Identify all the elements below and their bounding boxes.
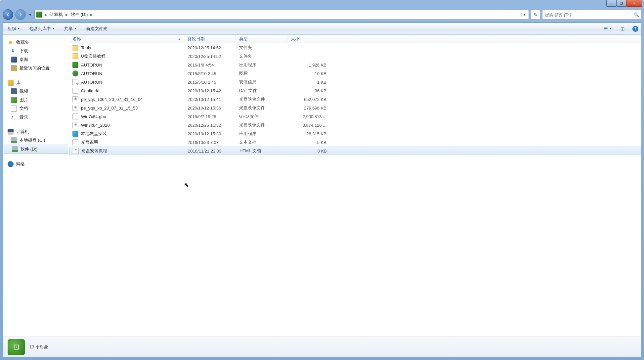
favorites-header[interactable]: 收藏夹 xyxy=(3,38,69,47)
breadcrumb-computer[interactable]: 计算机 xyxy=(49,12,64,18)
sidebar-item-music[interactable]: 音乐 xyxy=(3,113,69,121)
file-name: AUTORUN xyxy=(81,63,102,68)
search-input[interactable] xyxy=(544,12,634,17)
network-header[interactable]: 网络 xyxy=(3,160,69,168)
toolbar: 组织▼ 包含到库中▼ 共享▼ 新建文件夹 ☰ ▼ ◫ ? xyxy=(3,23,641,35)
file-name: 本地硬盘安装 xyxy=(81,131,107,137)
share-button[interactable]: 共享▼ xyxy=(62,24,79,33)
file-date: 2020/12/25 11:32 xyxy=(186,123,237,128)
forward-button[interactable] xyxy=(15,9,26,20)
table-row[interactable]: pe_yqs_xp_20_07_31_15_532020/10/12 15:36… xyxy=(69,104,641,112)
table-row[interactable]: 硬盘安装教程2016/11/21 22:03HTML 文档3 KB xyxy=(69,147,641,155)
download-icon xyxy=(11,48,17,54)
table-row[interactable]: Tools2020/12/25 14:52文件夹 xyxy=(69,43,641,52)
chevron-right-icon[interactable]: ▶ xyxy=(43,13,49,17)
file-name: pe_yqs_1064_20_07_31_16_04 xyxy=(81,97,143,102)
sidebar-item-drive-d[interactable]: 软件 (D:) xyxy=(4,145,68,154)
preview-pane-button[interactable]: ◫ xyxy=(618,25,627,33)
chevron-right-icon[interactable]: ▶ xyxy=(89,13,94,17)
file-list-pane[interactable]: 名称▲ 修改日期 类型 大小 Tools2020/12/25 14:52文件夹U… xyxy=(69,35,641,337)
table-row[interactable]: Win7x64_20202020/12/25 11:32光盘映像文件3,874,… xyxy=(69,121,641,129)
recent-icon xyxy=(11,65,17,71)
sidebar-item-documents[interactable]: 文档 xyxy=(3,104,69,113)
navigation-pane[interactable]: 收藏夹 下载 桌面 最近访问的位置 库 视频 图片 文档 音乐 计算机 本地磁盘… xyxy=(3,35,69,337)
sidebar-item-recent[interactable]: 最近访问的位置 xyxy=(3,64,69,72)
column-date[interactable]: 修改日期 xyxy=(184,35,236,43)
file-size: 10 KB xyxy=(289,71,328,76)
file-size: 3 KB xyxy=(289,149,329,154)
arrow-right-icon xyxy=(18,12,23,17)
file-date: 2016/1/8 4:54 xyxy=(186,63,237,68)
file-date: 2020/10/12 15:41 xyxy=(186,97,237,102)
column-name[interactable]: 名称▲ xyxy=(69,35,184,43)
file-name: Tools xyxy=(81,45,91,50)
computer-group: 计算机 本地磁盘 (C:) 软件 (D:) xyxy=(3,127,69,154)
file-type: DAT 文件 xyxy=(237,88,289,94)
file-icon xyxy=(72,105,78,111)
file-icon xyxy=(72,70,78,76)
computer-header[interactable]: 计算机 xyxy=(3,127,69,136)
search-box[interactable]: 🔍 xyxy=(542,10,641,19)
file-type: GHO 文件 xyxy=(237,113,289,119)
file-date: 2020/10/12 15:36 xyxy=(186,106,237,111)
address-dropdown[interactable]: ▾ xyxy=(521,13,527,17)
organize-button[interactable]: 组织▼ xyxy=(6,24,22,33)
maximize-button[interactable]: ❐ xyxy=(616,0,626,7)
back-button[interactable] xyxy=(3,9,13,20)
sidebar-item-desktop[interactable]: 桌面 xyxy=(3,55,69,64)
view-button[interactable]: ☰ ▼ xyxy=(603,25,613,33)
breadcrumb-drive[interactable]: 软件 (D:) xyxy=(69,12,89,18)
file-size: 5 KB xyxy=(289,140,328,145)
file-name: Config.dat xyxy=(81,88,101,93)
file-date: 2016/11/21 22:03 xyxy=(186,149,237,154)
libraries-header[interactable]: 库 xyxy=(3,78,69,87)
file-size: 1 KB xyxy=(289,80,328,85)
sidebar-item-downloads[interactable]: 下载 xyxy=(3,47,69,55)
file-icon xyxy=(72,113,78,119)
file-name: 硬盘安装教程 xyxy=(81,148,107,154)
table-row[interactable]: 光盘说明2016/10/23 7:07文本文档5 KB xyxy=(69,138,641,147)
drive-large-icon: ⊡ xyxy=(8,339,25,355)
file-name: pe_yqs_xp_20_07_31_15_53 xyxy=(81,106,138,111)
refresh-button[interactable]: ↻ xyxy=(531,10,540,19)
picture-icon xyxy=(11,97,17,103)
body: 收藏夹 下载 桌面 最近访问的位置 库 视频 图片 文档 音乐 计算机 本地磁盘… xyxy=(3,35,641,337)
navigation-bar: ▾ ▶ 计算机 ▶ 软件 (D:) ▶ ▾ ↻ 🔍 xyxy=(3,8,641,21)
table-row[interactable]: U盘安装教程2020/12/25 14:52文件夹 xyxy=(69,52,641,61)
table-row[interactable]: AUTORUN2015/5/10 2:45图标10 KB xyxy=(69,69,641,78)
minimize-button[interactable]: – xyxy=(606,0,616,7)
chevron-right-icon[interactable]: ▶ xyxy=(64,13,69,17)
file-icon xyxy=(72,131,78,137)
table-row[interactable]: Win7x64.gho2019/9/7 19:25GHO 文件2,900,813… xyxy=(69,112,641,121)
library-icon xyxy=(8,80,14,86)
file-icon xyxy=(72,53,78,59)
close-button[interactable]: ✕ xyxy=(626,0,642,7)
file-name: AUTORUN xyxy=(81,71,102,76)
table-row[interactable]: AUTORUN2016/1/8 4:54应用程序1,926 KB xyxy=(69,61,641,69)
new-folder-button[interactable]: 新建文件夹 xyxy=(84,24,109,33)
table-row[interactable]: 本地硬盘安装2020/10/12 15:30应用程序28,315 KB xyxy=(69,129,641,138)
column-size[interactable]: 大小 xyxy=(287,35,327,43)
help-button[interactable]: ? xyxy=(632,26,638,32)
sidebar-item-drive-c[interactable]: 本地磁盘 (C:) xyxy=(3,136,69,145)
sidebar-item-videos[interactable]: 视频 xyxy=(3,87,69,96)
include-library-button[interactable]: 包含到库中▼ xyxy=(27,24,57,33)
file-size: 1,926 KB xyxy=(289,63,328,68)
computer-icon xyxy=(8,129,14,135)
address-bar[interactable]: ▶ 计算机 ▶ 软件 (D:) ▶ ▾ xyxy=(34,10,529,19)
window-controls: – ❐ ✕ xyxy=(606,0,642,7)
search-icon[interactable]: 🔍 xyxy=(634,12,639,17)
table-row[interactable]: pe_yqs_1064_20_07_31_16_042020/10/12 15:… xyxy=(69,95,641,104)
history-dropdown[interactable]: ▾ xyxy=(28,9,32,20)
titlebar[interactable]: – ❐ ✕ xyxy=(0,0,644,8)
column-type[interactable]: 类型 xyxy=(236,35,287,43)
favorites-group: 收藏夹 下载 桌面 最近访问的位置 xyxy=(3,38,69,72)
table-row[interactable]: Config.dat2020/10/12 15:42DAT 文件36 KB xyxy=(69,86,641,95)
network-icon xyxy=(8,161,14,167)
explorer-window: – ❐ ✕ ▾ ▶ 计算机 ▶ 软件 (D:) ▶ ▾ ↻ 🔍 xyxy=(0,0,644,360)
sidebar-item-pictures[interactable]: 图片 xyxy=(3,96,69,104)
file-type: 应用程序 xyxy=(237,62,289,68)
table-row[interactable]: AUTORUN2015/5/10 2:45安装信息1 KB xyxy=(69,78,641,86)
network-group: 网络 xyxy=(3,160,69,168)
file-date: 2020/12/25 14:52 xyxy=(186,54,237,59)
